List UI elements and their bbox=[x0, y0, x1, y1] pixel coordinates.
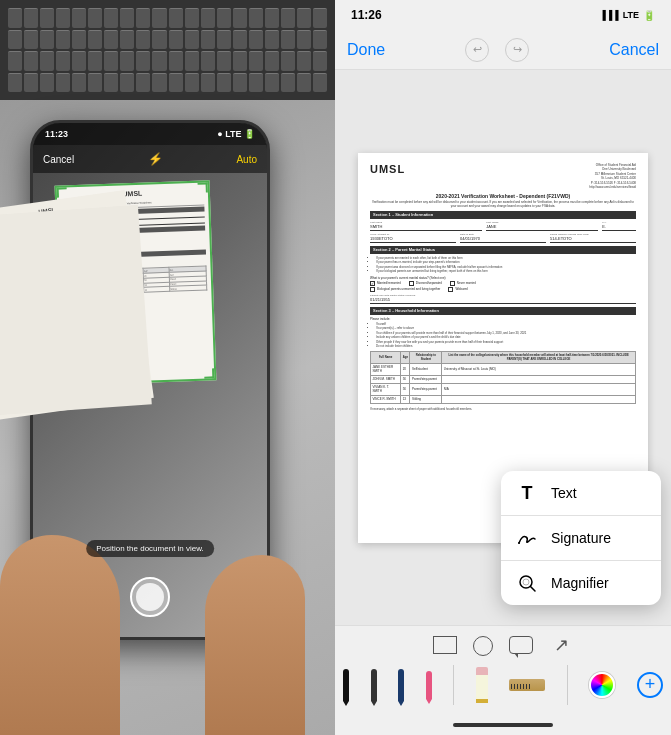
pen-tool-3[interactable] bbox=[398, 669, 404, 701]
phone-top-bar: Cancel ⚡ Auto bbox=[33, 145, 267, 173]
color-wheel-button[interactable] bbox=[589, 672, 615, 698]
field-dob: Date of Birth 04/01/1970 bbox=[460, 233, 546, 243]
section3-bullets: Yourself Your parent(s) – refer to above… bbox=[376, 322, 636, 349]
markup-panel: 11:26 ▐▐▐ LTE 🔋 Done ↩ ↪ Cancel UMSL bbox=[335, 0, 671, 735]
table-row: VIVIAN K. T. SMITH56Parent/step-parentN/… bbox=[371, 383, 636, 395]
svg-point-3 bbox=[523, 579, 529, 585]
flash-icon[interactable]: ⚡ bbox=[148, 152, 163, 166]
doc-title: 2020-2021 Verification Worksheet - Depen… bbox=[370, 193, 636, 199]
umsl-logo: UMSL bbox=[370, 163, 405, 190]
office-info: Office of Student Financial Aid One Univ… bbox=[589, 163, 636, 190]
ruler-tool[interactable] bbox=[509, 679, 545, 691]
marital-question: What is your parent's current marital st… bbox=[370, 276, 636, 280]
field-row-date: Parents and date marital status occurred… bbox=[370, 294, 636, 304]
home-bar bbox=[453, 723, 553, 727]
capture-button[interactable] bbox=[130, 577, 170, 617]
menu-item-text[interactable]: T Text bbox=[501, 471, 661, 516]
done-button[interactable]: Done bbox=[347, 41, 385, 59]
household-table: Full Name Age Relationship to Student Li… bbox=[370, 351, 636, 404]
checkbox-row-1: ✓ Married/remarried Divorced/separated N… bbox=[370, 281, 636, 286]
footer-note: If necessary, attach a separate sheet of… bbox=[370, 407, 636, 411]
menu-text-label: Text bbox=[551, 485, 577, 501]
tools-row: + bbox=[343, 660, 663, 709]
redo-button[interactable]: ↪ bbox=[505, 38, 529, 62]
status-time: 11:26 bbox=[351, 8, 382, 22]
hand-left bbox=[0, 535, 120, 735]
paper-sheet-2 bbox=[0, 205, 152, 415]
field-phone: Phone Number (include area code) 514-ETO… bbox=[550, 233, 636, 243]
col-relation: Relationship to Student bbox=[410, 351, 442, 363]
top-toolbar: Done ↩ ↪ Cancel bbox=[335, 30, 671, 70]
speech-bubble-tool[interactable] bbox=[509, 636, 533, 654]
section3-header: Section 3 – Household Information bbox=[370, 307, 636, 315]
menu-signature-label: Signature bbox=[551, 530, 611, 546]
menu-magnifier-label: Magnifier bbox=[551, 575, 609, 591]
phone-cancel-button[interactable]: Cancel bbox=[43, 154, 74, 165]
hand-right bbox=[205, 555, 305, 735]
table-row: JOHN M. SMITH56Parent/step-parent bbox=[371, 375, 636, 383]
undo-button[interactable]: ↩ bbox=[465, 38, 489, 62]
keyboard-bg bbox=[0, 0, 335, 100]
status-icons: ▐▐▐ LTE 🔋 bbox=[600, 10, 655, 21]
pen-tool-1[interactable] bbox=[343, 669, 349, 701]
auto-button[interactable]: Auto bbox=[236, 154, 257, 165]
magnifier-icon bbox=[515, 571, 539, 595]
lte-label: LTE bbox=[623, 10, 639, 20]
field-first-name: First Name JANE bbox=[486, 221, 598, 231]
toolbar-icon-group: ↩ ↪ bbox=[465, 38, 529, 62]
section2-bullets: If your parents are married to each othe… bbox=[376, 256, 636, 274]
table-row: VINCE R. SMITH13Sibling bbox=[371, 395, 636, 403]
battery-icon: 🔋 bbox=[643, 10, 655, 21]
context-menu: T Text Signature bbox=[501, 471, 661, 605]
checkbox-married: ✓ Married/remarried bbox=[370, 281, 401, 286]
menu-item-signature[interactable]: Signature bbox=[501, 516, 661, 561]
col-name: Full Name bbox=[371, 351, 401, 363]
phone-time: 11:23 bbox=[45, 129, 68, 139]
phone-signal: ● LTE 🔋 bbox=[217, 129, 255, 139]
field-row-name: Last Name SMITH First Name JANE M.I. E. bbox=[370, 221, 636, 231]
shape-tools-row: ↗ bbox=[343, 632, 663, 660]
home-indicator bbox=[335, 715, 671, 735]
signal-bars-icon: ▐▐▐ bbox=[600, 10, 619, 20]
table-row: JANE ESTHER SMITH20Self/studentUniversit… bbox=[371, 363, 636, 375]
arrow-tool[interactable]: ↗ bbox=[549, 636, 573, 654]
add-button[interactable]: + bbox=[637, 672, 663, 698]
circle-shape-tool[interactable] bbox=[473, 636, 493, 656]
signature-icon bbox=[515, 526, 539, 550]
svg-point-0 bbox=[518, 542, 520, 544]
section3-intro: Please include: bbox=[370, 317, 636, 321]
phone-status-bar: 11:23 ● LTE 🔋 bbox=[33, 123, 267, 145]
field-marital-date: Parents and date marital status occurred… bbox=[370, 294, 636, 304]
field-row-id: UMSL Student ID 1930ETOTO Date of Birth … bbox=[370, 233, 636, 243]
pen-tool-2[interactable] bbox=[371, 669, 377, 701]
section2-header: Section 2 – Parent Marital Status bbox=[370, 246, 636, 254]
field-last-name: Last Name SMITH bbox=[370, 221, 482, 231]
col-age: Age bbox=[401, 351, 410, 363]
svg-line-2 bbox=[531, 587, 536, 592]
ios-status-bar: 11:26 ▐▐▐ LTE 🔋 bbox=[335, 0, 671, 30]
tools-divider-2 bbox=[567, 665, 568, 705]
tools-divider bbox=[453, 665, 454, 705]
pen-tool-4[interactable] bbox=[426, 671, 432, 699]
field-mi: M.I. E. bbox=[602, 221, 636, 231]
doc-subtitle: Verification must be completed before an… bbox=[370, 200, 636, 208]
cancel-button[interactable]: Cancel bbox=[609, 41, 659, 59]
bottom-toolbar: ↗ bbox=[335, 625, 671, 715]
checkbox-row-2: Biological parents unmarried and living … bbox=[370, 287, 636, 292]
menu-item-magnifier[interactable]: Magnifier bbox=[501, 561, 661, 605]
col-college: List the name of the college/university … bbox=[442, 351, 636, 363]
section1-header: Section 1 – Student Information bbox=[370, 211, 636, 219]
checkbox-unmarried: Biological parents unmarried and living … bbox=[370, 287, 440, 292]
field-student-id: UMSL Student ID 1930ETOTO bbox=[370, 233, 456, 243]
checkbox-never: Never married bbox=[450, 281, 476, 286]
eraser-tool[interactable] bbox=[476, 667, 488, 703]
text-icon: T bbox=[515, 481, 539, 505]
camera-panel: UMSL Office of Student Financial Aid Las… bbox=[0, 0, 335, 735]
position-hint: Position the document in view. bbox=[86, 540, 214, 557]
checkbox-widowed: Widowed bbox=[448, 287, 467, 292]
rectangle-shape-tool[interactable] bbox=[433, 636, 457, 654]
checkbox-divorced: Divorced/separated bbox=[409, 281, 442, 286]
